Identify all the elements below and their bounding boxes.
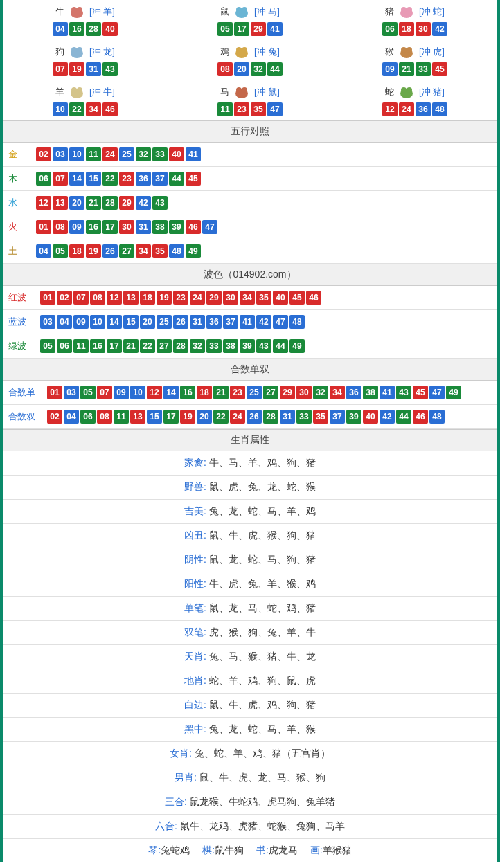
number-ball: 16 [90,339,105,353]
number-ball: 17 [234,22,249,36]
zodiac-clash: [冲 马] [254,6,280,18]
attr-label: 男肖: [175,772,197,783]
attr-label: 吉美: [184,505,206,516]
number-ball: 24 [230,410,245,424]
number-ball: 35 [251,102,266,116]
zodiac-icon [232,84,251,100]
number-ball: 22 [69,102,84,116]
header-bose: 波色（014902.com） [3,264,497,286]
number-ball: 47 [273,315,288,329]
attr-row: 三合: 鼠龙猴、牛蛇鸡、虎马狗、兔羊猪 [3,790,497,815]
number-ball: 09 [382,62,398,76]
number-ball: 20 [69,196,84,210]
number-ball: 18 [69,244,84,258]
number-ball: 40 [273,291,288,305]
zodiac-name: 鼠 [220,6,229,18]
qin-label: 琴: [148,844,161,856]
number-ball: 44 [273,339,288,353]
zodiac-balls: 06183042 [332,22,497,36]
number-ball: 12 [36,196,51,210]
number-ball: 38 [152,220,168,234]
zodiac-grid: 牛 [冲 羊] 04162840 鼠 [冲 马] 05172941 猪 [冲 蛇… [3,0,497,120]
attr-row: 男肖: 鼠、牛、虎、龙、马、猴、狗 [3,766,497,790]
number-ball: 02 [57,291,72,305]
number-ball: 45 [432,62,447,76]
number-ball: 33 [416,62,431,76]
zodiac-header: 羊 [冲 牛] [3,84,168,100]
number-ball: 46 [186,220,201,234]
number-ball: 39 [240,339,255,353]
zodiac-icon [67,4,87,19]
number-ball: 42 [136,196,151,210]
attr-value: 鼠龙猴、牛蛇鸡、虎马狗、兔羊猪 [187,796,335,807]
number-ball: 14 [163,386,179,399]
attr-row: 黑中: 兔、龙、蛇、马、羊、猴 [3,718,497,742]
zodiac-cell: 猪 [冲 蛇] 06183042 [332,0,497,40]
number-ball: 33 [296,410,312,424]
qin-val: 兔蛇鸡 [161,844,199,856]
number-ball: 09 [73,315,89,329]
number-ball: 34 [86,102,101,116]
attr-value: 兔、马、猴、猪、牛、龙 [206,651,316,662]
zodiac-header: 猴 [冲 虎] [332,44,497,60]
attr-row: 女肖: 兔、蛇、羊、鸡、猪（五宫肖） [3,742,497,766]
attr-row: 阴性: 鼠、龙、蛇、马、狗、猪 [3,548,497,572]
number-ball: 09 [114,386,129,399]
number-ball: 11 [217,102,233,116]
number-ball: 12 [147,386,162,399]
attr-row: 白边: 鼠、牛、虎、鸡、狗、猪 [3,694,497,718]
svg-point-14 [242,47,247,53]
number-ball: 15 [147,410,162,424]
number-ball: 21 [123,339,139,353]
number-ball: 32 [251,62,266,76]
number-ball: 39 [346,410,361,424]
number-ball: 13 [123,291,139,305]
number-ball: 15 [86,172,101,186]
attr-row: 吉美: 兔、龙、蛇、马、羊、鸡 [3,500,497,524]
number-ball: 20 [197,410,212,424]
number-ball: 03 [40,315,55,329]
number-ball: 28 [86,22,101,36]
data-row: 合数单 010305070910121416182123252729303234… [3,381,497,405]
bose-table: 红波 0102070812131819232429303435404546 蓝波… [3,286,497,359]
attr-row: 阳性: 牛、虎、兔、羊、猴、鸡 [3,572,497,597]
attr-label: 六合: [155,820,177,831]
svg-point-4 [236,7,242,12]
row-balls: 03040910141520252631363741424748 [40,315,305,329]
attr-row: 双笔: 虎、猴、狗、兔、羊、牛 [3,621,497,645]
number-ball: 43 [152,196,168,210]
header-heshu: 合数单双 [3,359,497,381]
number-ball: 42 [380,410,395,424]
attr-value: 鼠、牛、虎、龙、马、猴、狗 [197,772,325,783]
attr-value: 鼠、牛、虎、猴、狗、猪 [206,530,316,541]
number-ball: 07 [53,172,68,186]
number-ball: 41 [380,386,395,399]
zodiac-header: 猪 [冲 蛇] [332,4,497,19]
number-ball: 32 [136,147,151,161]
zodiac-balls: 10223446 [3,102,168,116]
zodiac-balls: 09213345 [332,62,497,76]
number-ball: 25 [247,386,262,399]
attr-label: 双笔: [184,626,206,638]
zodiac-balls: 05172941 [168,22,332,36]
number-ball: 33 [206,339,222,353]
number-ball: 06 [382,22,398,36]
number-ball: 43 [396,386,411,399]
zodiac-cell: 蛇 [冲 猪] 12243648 [332,80,497,120]
zodiac-header: 蛇 [冲 猪] [332,84,497,100]
attr-row: 单笔: 鼠、龙、马、蛇、鸡、猪 [3,597,497,621]
hua-val: 羊猴猪 [323,844,352,856]
number-ball: 33 [152,147,168,161]
number-ball: 04 [64,410,79,424]
number-ball: 44 [169,172,184,186]
data-row: 水 1213202128294243 [3,191,497,215]
row-label: 绿波 [8,340,40,352]
number-ball: 10 [90,315,105,329]
attr-row: 地肖: 蛇、羊、鸡、狗、鼠、虎 [3,669,497,694]
number-ball: 14 [107,315,122,329]
number-ball: 45 [413,386,428,399]
svg-point-23 [242,87,247,93]
number-ball: 36 [206,315,222,329]
zodiac-icon [397,84,416,100]
attr-value: 兔、蛇、羊、鸡、猪（五宫肖） [192,748,330,759]
